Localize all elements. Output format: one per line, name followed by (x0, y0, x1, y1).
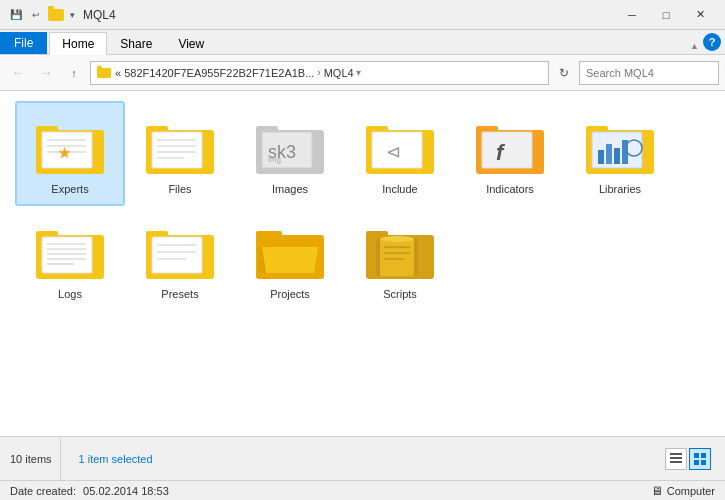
help-button[interactable]: ? (703, 33, 721, 51)
folder-icon-scripts (364, 225, 436, 283)
svg-text:⊲: ⊲ (386, 142, 401, 162)
folder-icon-logs (34, 225, 106, 283)
tab-view[interactable]: View (165, 32, 217, 55)
svg-rect-50 (256, 231, 282, 240)
window-controls: ─ □ ✕ (615, 0, 717, 30)
dropdown-arrow-icon[interactable]: ▾ (70, 10, 75, 20)
folder-label-indicators: Indicators (486, 182, 534, 196)
svg-text:img: img (268, 155, 281, 164)
main-area: ★ Experts F (0, 91, 725, 436)
folder-label-files: Files (168, 182, 191, 196)
computer-icon: 🖥 (651, 484, 663, 498)
folder-icon-files (144, 120, 216, 178)
folder-content: ★ Experts F (0, 91, 725, 436)
tab-home[interactable]: Home (49, 32, 107, 55)
ribbon-tabs: File Home Share View ▲ ? (0, 30, 725, 54)
view-details-button[interactable] (665, 448, 687, 470)
info-bar: Date created: 05.02.2014 18:53 🖥 Compute… (0, 480, 725, 500)
status-bar: 10 items 1 item selected (0, 436, 725, 480)
path-chevron-icon: ▾ (356, 67, 361, 78)
folder-item-indicators[interactable]: f Indicators (455, 101, 565, 206)
view-icons-button[interactable] (689, 448, 711, 470)
svg-rect-45 (152, 237, 202, 273)
svg-rect-54 (380, 238, 414, 276)
folder-icon-projects (254, 225, 326, 283)
folder-icon-indicators: f (474, 120, 546, 178)
search-box[interactable]: 🔍 (579, 61, 719, 85)
folder-icon-libraries (584, 120, 656, 178)
date-label: Date created: (10, 485, 76, 497)
folder-icon-experts: ★ (34, 120, 106, 178)
address-folder-icon (97, 68, 111, 78)
svg-text:★: ★ (58, 145, 71, 161)
forward-button[interactable]: → (34, 61, 58, 85)
close-button[interactable]: ✕ (683, 0, 717, 30)
svg-rect-59 (670, 453, 682, 455)
svg-rect-64 (694, 460, 699, 465)
svg-rect-61 (670, 461, 682, 463)
title-bar-quick-access: 💾 ↩ ▾ (8, 7, 75, 23)
folder-label-projects: Projects (270, 287, 310, 301)
folder-label-presets: Presets (161, 287, 198, 301)
info-date: Date created: 05.02.2014 18:53 (10, 485, 169, 497)
window-title: MQL4 (83, 8, 615, 22)
folder-item-files[interactable]: Files (125, 101, 235, 206)
svg-rect-63 (701, 453, 706, 458)
refresh-button[interactable]: ↻ (553, 62, 575, 84)
folder-label-libraries: Libraries (599, 182, 641, 196)
path-current: MQL4 (324, 67, 354, 79)
back-button[interactable]: ← (6, 61, 30, 85)
folder-item-presets[interactable]: Presets (125, 206, 235, 311)
svg-rect-62 (694, 453, 699, 458)
status-items-count: 10 items (10, 437, 61, 480)
minimize-button[interactable]: ─ (615, 0, 649, 30)
ribbon-collapse-icon[interactable]: ▲ (690, 41, 699, 51)
tab-file[interactable]: File (0, 32, 47, 54)
info-computer: 🖥 Computer (651, 484, 715, 498)
svg-rect-25 (482, 132, 532, 168)
folder-item-libraries[interactable]: Libraries (565, 101, 675, 206)
folder-label-scripts: Scripts (383, 287, 417, 301)
up-button[interactable]: ↑ (62, 61, 86, 85)
svg-point-58 (380, 236, 414, 242)
folder-item-projects[interactable]: Projects (235, 206, 345, 311)
folder-icon-small (48, 9, 64, 21)
folder-label-experts: Experts (51, 182, 88, 196)
ribbon-right: ▲ ? (217, 33, 725, 54)
folder-item-images[interactable]: sk3 img Images (235, 101, 345, 206)
selected-text: 1 item selected (79, 453, 153, 465)
folder-item-logs[interactable]: Logs (15, 206, 125, 311)
status-selected-section: 1 item selected (61, 437, 665, 480)
svg-rect-30 (598, 150, 604, 164)
path-prefix: « 582F1420F7EA955F22B2F71E2A1B... (115, 67, 314, 79)
search-input[interactable] (586, 67, 724, 79)
folder-icon-include: ⊲ (364, 120, 436, 178)
title-bar: 💾 ↩ ▾ MQL4 ─ □ ✕ (0, 0, 725, 30)
svg-rect-32 (614, 148, 620, 164)
maximize-button[interactable]: □ (649, 0, 683, 30)
folder-icon-images: sk3 img (254, 120, 326, 178)
folder-item-scripts[interactable]: Scripts (345, 206, 455, 311)
svg-rect-37 (42, 237, 92, 273)
svg-rect-9 (152, 132, 202, 168)
svg-rect-65 (701, 460, 706, 465)
folder-grid: ★ Experts F (15, 101, 710, 311)
computer-label: Computer (667, 485, 715, 497)
folder-item-include[interactable]: ⊲ Include (345, 101, 455, 206)
folder-label-logs: Logs (58, 287, 82, 301)
date-value: 05.02.2014 18:53 (83, 485, 169, 497)
items-count-text: 10 items (10, 453, 52, 465)
folder-item-experts[interactable]: ★ Experts (15, 101, 125, 206)
undo-icon: ↩ (28, 7, 44, 23)
svg-rect-60 (670, 457, 682, 459)
folder-label-include: Include (382, 182, 417, 196)
ribbon: File Home Share View ▲ ? (0, 30, 725, 55)
folder-label-images: Images (272, 182, 308, 196)
view-toggle-buttons (665, 448, 711, 470)
folder-icon-presets (144, 225, 216, 283)
svg-rect-31 (606, 144, 612, 164)
path-separator-icon: › (317, 67, 320, 78)
address-bar: ← → ↑ « 582F1420F7EA955F22B2F71E2A1B... … (0, 55, 725, 91)
address-path[interactable]: « 582F1420F7EA955F22B2F71E2A1B... › MQL4… (90, 61, 549, 85)
tab-share[interactable]: Share (107, 32, 165, 55)
